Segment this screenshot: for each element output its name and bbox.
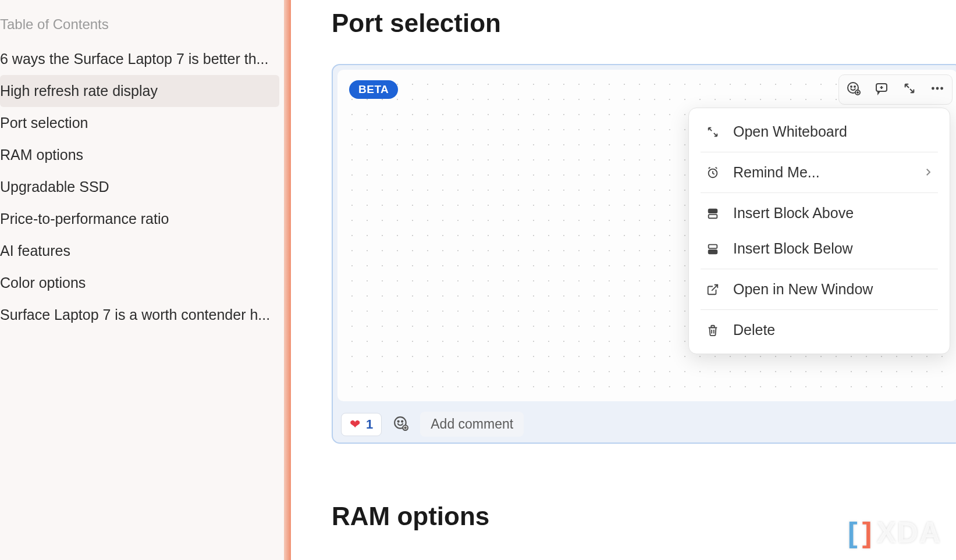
toc-item[interactable]: Color options — [0, 267, 279, 299]
menu-item-open-new-window[interactable]: Open in New Window — [689, 272, 950, 307]
menu-item-insert-below[interactable]: Insert Block Below — [689, 231, 950, 266]
add-comment-button[interactable] — [870, 79, 893, 101]
toc-item[interactable]: AI features — [0, 235, 279, 267]
svg-point-6 — [936, 87, 939, 90]
expand-diagonal-icon — [705, 124, 720, 140]
heart-icon: ❤ — [350, 417, 360, 432]
add-comment-button[interactable]: Add comment — [420, 412, 524, 437]
xda-watermark: []XDA — [848, 516, 941, 550]
menu-item-open-whiteboard[interactable]: Open Whiteboard — [689, 114, 950, 149]
main-content: Port selection BETA — [291, 0, 956, 560]
toc-item[interactable]: RAM options — [0, 139, 279, 171]
expand-diagonal-icon — [903, 82, 916, 97]
toc-title: Table of Contents — [0, 12, 291, 43]
svg-rect-10 — [709, 214, 717, 217]
block-toolbar — [838, 74, 953, 105]
chevron-right-icon — [923, 164, 933, 181]
menu-divider — [701, 192, 938, 193]
insert-above-icon — [705, 206, 720, 221]
beta-badge: BETA — [349, 80, 398, 99]
trash-icon — [705, 323, 720, 338]
section-heading-port-selection: Port selection — [332, 9, 956, 38]
table-of-contents-sidebar: Table of Contents 6 ways the Surface Lap… — [0, 0, 291, 560]
toc-item[interactable]: Port selection — [0, 107, 279, 139]
svg-point-1 — [851, 86, 852, 87]
svg-rect-11 — [709, 244, 717, 248]
block-footer: ❤ 1 Add comment — [333, 406, 956, 443]
svg-rect-9 — [709, 209, 717, 212]
add-reaction-button[interactable] — [843, 79, 865, 101]
menu-label: Insert Block Below — [733, 240, 853, 257]
smiley-plus-icon — [847, 81, 861, 98]
svg-point-2 — [854, 86, 855, 87]
menu-label: Open Whiteboard — [733, 123, 847, 140]
block-context-menu: Open Whiteboard Remind Me... — [688, 108, 950, 354]
svg-point-7 — [940, 87, 943, 90]
reaction-chip[interactable]: ❤ 1 — [341, 413, 382, 436]
svg-point-14 — [398, 420, 399, 422]
toc-item[interactable]: High refresh rate display — [0, 75, 279, 107]
menu-item-insert-above[interactable]: Insert Block Above — [689, 195, 950, 231]
menu-item-remind-me[interactable]: Remind Me... — [689, 155, 950, 190]
toc-item[interactable]: Surface Laptop 7 is a worth contender h.… — [0, 299, 279, 331]
whiteboard-canvas[interactable]: BETA — [337, 70, 956, 401]
menu-item-delete[interactable]: Delete — [689, 312, 950, 348]
alarm-clock-icon — [705, 165, 720, 180]
add-reaction-button[interactable] — [389, 412, 413, 437]
external-link-icon — [705, 282, 720, 297]
toc-item[interactable]: Upgradable SSD — [0, 171, 279, 203]
svg-point-5 — [932, 87, 934, 90]
svg-rect-12 — [709, 249, 717, 253]
menu-label: Insert Block Above — [733, 205, 854, 222]
svg-point-15 — [401, 420, 403, 422]
menu-divider — [701, 152, 938, 152]
menu-divider — [701, 309, 938, 310]
slash-command-trigger[interactable]: / — [332, 557, 956, 560]
reaction-count: 1 — [366, 417, 373, 432]
whiteboard-block[interactable]: BETA — [332, 64, 956, 444]
menu-divider — [701, 269, 938, 269]
menu-label: Open in New Window — [733, 281, 873, 298]
menu-label: Delete — [733, 322, 775, 338]
more-options-button[interactable] — [926, 79, 948, 101]
toc-item[interactable]: 6 ways the Surface Laptop 7 is better th… — [0, 43, 279, 75]
smiley-plus-icon — [393, 416, 408, 433]
menu-label: Remind Me... — [733, 164, 820, 181]
insert-below-icon — [705, 241, 720, 256]
toc-item[interactable]: Price-to-performance ratio — [0, 203, 279, 235]
comment-plus-icon — [875, 81, 889, 98]
more-horizontal-icon — [930, 81, 945, 98]
expand-button[interactable] — [898, 79, 921, 101]
